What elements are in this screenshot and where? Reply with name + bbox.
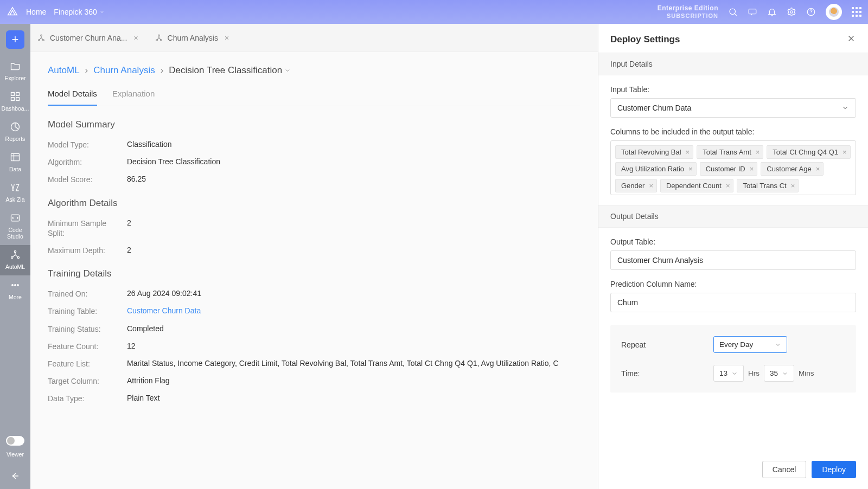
- close-icon[interactable]: ×: [133, 34, 138, 42]
- chevron-down-icon: [731, 370, 738, 377]
- prediction-column-input[interactable]: [610, 293, 856, 312]
- apps-grid-icon[interactable]: [852, 7, 861, 17]
- time-mins-select[interactable]: 35: [764, 365, 794, 382]
- sidebar-item-data[interactable]: Data: [0, 147, 30, 178]
- output-details-body: Output Table: Prediction Column Name:: [598, 228, 868, 322]
- section-output-details: Output Details: [598, 205, 868, 228]
- close-icon[interactable]: [846, 34, 856, 45]
- column-chip: Total Trans Amt×: [697, 145, 763, 159]
- chip-label: Total Ct Chng Q4 Q1: [773, 148, 838, 156]
- chip-remove-icon[interactable]: ×: [843, 148, 847, 156]
- sidebar-item-label: More: [9, 294, 22, 300]
- chip-remove-icon[interactable]: ×: [756, 148, 760, 156]
- deploy-button[interactable]: Deploy: [812, 461, 856, 478]
- tab-churn-analysis[interactable]: Churn Analysis ×: [155, 34, 229, 42]
- value-algorithm: Decision Tree Classification: [127, 157, 220, 167]
- help-icon[interactable]: [806, 7, 816, 17]
- workspace-name: Finepick 360: [54, 8, 97, 16]
- workspace-dropdown[interactable]: Finepick 360: [54, 8, 104, 16]
- svg-point-2: [790, 11, 793, 14]
- sidebar-item-reports[interactable]: Reports: [0, 117, 30, 147]
- column-chip: Gender×: [615, 179, 657, 192]
- collapse-sidebar-button[interactable]: [0, 463, 30, 489]
- chevron-right-icon: ›: [161, 65, 164, 76]
- input-table-value: Customer Churn Data: [617, 104, 691, 112]
- sidebar-item-label: Reports: [5, 136, 25, 142]
- tab-label: Customer Churn Ana...: [50, 34, 127, 42]
- value-trained-on: 26 Aug 2024 09:02:41: [127, 289, 201, 299]
- sidebar-item-label: Dashboa...: [2, 105, 29, 112]
- chip-remove-icon[interactable]: ×: [750, 165, 754, 173]
- repeat-value: Every Day: [719, 340, 753, 349]
- gear-icon[interactable]: [787, 7, 796, 17]
- breadcrumb-churn-analysis[interactable]: Churn Analysis: [93, 65, 155, 76]
- svg-rect-7: [16, 98, 20, 101]
- deploy-settings-panel: Deploy Settings Input Details Input Tabl…: [598, 24, 868, 489]
- svg-point-17: [41, 35, 42, 36]
- value-min-split: 2: [127, 218, 131, 238]
- avatar[interactable]: [826, 4, 842, 20]
- sidebar-item-dashboards[interactable]: Dashboa...: [0, 87, 30, 117]
- tab-customer-churn-analysis[interactable]: Customer Churn Ana... ×: [37, 34, 138, 42]
- chip-remove-icon[interactable]: ×: [816, 165, 820, 173]
- column-chip: Avg Utilization Ratio×: [615, 162, 697, 176]
- viewer-toggle[interactable]: Viewer: [0, 432, 30, 463]
- panel-title: Deploy Settings: [610, 34, 680, 45]
- chip-label: Dependent Count: [666, 182, 722, 190]
- chip-label: Total Trans Amt: [703, 148, 751, 156]
- tab-label: Churn Analysis: [168, 34, 218, 42]
- column-chip: Total Ct Chng Q4 Q1×: [767, 145, 850, 159]
- time-hrs-select[interactable]: 13: [713, 365, 744, 382]
- label-feature-list: Feature List:: [48, 359, 127, 369]
- sidebar-item-automl[interactable]: AutoML: [0, 245, 30, 275]
- hrs-unit: Hrs: [748, 369, 760, 377]
- close-icon[interactable]: ×: [225, 34, 229, 42]
- bell-icon[interactable]: [767, 7, 777, 17]
- subtabs: Model Details Explanation: [48, 89, 580, 106]
- label-min-split: Minimum Sample Split:: [48, 218, 127, 238]
- label-data-type: Data Type:: [48, 394, 127, 403]
- time-mins-value: 35: [770, 369, 778, 377]
- output-table-input[interactable]: [610, 250, 856, 270]
- chat-icon[interactable]: [748, 7, 757, 17]
- content: AutoML › Churn Analysis › Decision Tree …: [30, 52, 598, 489]
- label-time: Time:: [621, 369, 713, 378]
- add-button[interactable]: +: [6, 30, 24, 49]
- input-table-select[interactable]: Customer Churn Data: [610, 98, 856, 118]
- section-algorithm-details: Algorithm Details: [48, 198, 580, 209]
- sidebar-item-code-studio[interactable]: Code Studio: [0, 208, 30, 245]
- columns-chips[interactable]: Total Revolving Bal×Total Trans Amt×Tota…: [610, 140, 856, 195]
- chip-remove-icon[interactable]: ×: [686, 148, 690, 156]
- sidebar-item-more[interactable]: More: [0, 275, 30, 306]
- svg-rect-1: [749, 9, 756, 14]
- breadcrumb-current[interactable]: Decision Tree Classification: [169, 65, 291, 76]
- topbar-right: Enterprise Edition SUBSCRIPTION: [658, 4, 861, 20]
- chip-remove-icon[interactable]: ×: [688, 165, 693, 173]
- column-chip: Dependent Count×: [660, 179, 734, 192]
- cancel-button[interactable]: Cancel: [762, 461, 807, 478]
- column-chip: Total Revolving Bal×: [615, 145, 693, 159]
- label-target-column: Target Column:: [48, 376, 127, 386]
- svg-point-11: [14, 251, 16, 253]
- value-training-table[interactable]: Customer Churn Data: [127, 306, 201, 316]
- home-link[interactable]: Home: [26, 8, 46, 16]
- sidebar-item-explorer[interactable]: Explorer: [0, 56, 30, 87]
- label-prediction-column: Prediction Column Name:: [610, 280, 856, 288]
- repeat-select[interactable]: Every Day: [713, 336, 787, 353]
- sidebar-item-ask-zia[interactable]: Ask Zia: [0, 178, 30, 208]
- chip-remove-icon[interactable]: ×: [726, 182, 730, 190]
- chevron-down-icon: [775, 342, 781, 348]
- subtab-explanation[interactable]: Explanation: [112, 89, 155, 106]
- toggle-icon: [6, 436, 24, 446]
- edition-title: Enterprise Edition: [658, 5, 718, 12]
- breadcrumb-automl[interactable]: AutoML: [48, 65, 80, 76]
- panel-footer: Cancel Deploy: [598, 452, 868, 489]
- topbar-left: Home Finepick 360: [7, 5, 105, 19]
- chip-remove-icon[interactable]: ×: [649, 182, 653, 190]
- subtab-model-details[interactable]: Model Details: [48, 89, 97, 106]
- sidebar-item-label: Ask Zia: [5, 196, 24, 203]
- sidebar-item-label: Explorer: [4, 75, 25, 81]
- chip-remove-icon[interactable]: ×: [791, 182, 795, 190]
- svg-point-15: [15, 285, 16, 286]
- search-icon[interactable]: [728, 7, 738, 17]
